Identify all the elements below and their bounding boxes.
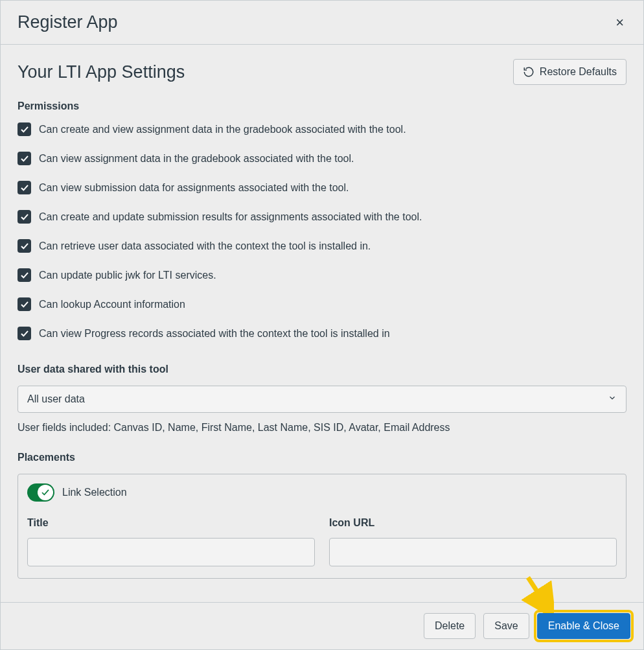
permission-row: Can view Progress records associated wit… [17,327,627,340]
icon-url-input[interactable] [329,538,617,566]
settings-title: Your LTI App Settings [17,62,185,82]
modal-title: Register App [17,12,118,32]
enable-close-highlight: Enable & Close [537,613,630,639]
permission-row: Can retrieve user data associated with t… [17,239,627,253]
save-button[interactable]: Save [483,613,529,639]
user-data-section: User data shared with this tool All user… [17,364,627,434]
close-icon[interactable]: × [613,16,627,30]
permission-checkbox[interactable] [17,297,31,311]
permissions-section: Permissions Can create and view assignme… [17,100,627,340]
permission-checkbox[interactable] [17,181,31,194]
permission-checkbox[interactable] [17,268,31,282]
register-app-modal: Register App × Your LTI App Settings Res… [0,0,644,650]
restore-defaults-label: Restore Defaults [540,66,617,78]
permission-row: Can update public jwk for LTI services. [17,268,627,282]
permission-row: Can view submission data for assignments… [17,181,627,194]
title-input[interactable] [27,538,315,566]
placements-section: Placements Link Selection Title [17,452,627,579]
permission-label: Can view Progress records associated wit… [39,328,390,340]
permission-row: Can create and view assignment data in t… [17,122,627,136]
modal-body: Your LTI App Settings Restore Defaults P… [1,45,643,585]
permission-label: Can create and update submission results… [39,211,422,223]
permission-label: Can lookup Account information [39,299,185,310]
permissions-heading: Permissions [17,100,627,112]
refresh-icon [523,66,535,78]
user-data-selected-value: All user data [27,393,85,405]
settings-header: Your LTI App Settings Restore Defaults [17,59,627,85]
permission-checkbox[interactable] [17,152,31,165]
permission-row: Can lookup Account information [17,297,627,311]
user-data-select[interactable]: All user data [17,386,627,413]
placements-heading: Placements [17,452,627,463]
placement-toggle-row: Link Selection [27,483,617,502]
placement-card: Link Selection Title Icon URL [17,474,627,579]
user-data-helper-text: User fields included: Canvas ID, Name, F… [17,422,627,434]
permission-label: Can retrieve user data associated with t… [39,240,371,252]
icon-url-field-group: Icon URL [329,517,617,566]
permission-label: Can view submission data for assignments… [39,182,349,194]
icon-url-field-label: Icon URL [329,517,617,529]
chevron-down-icon [608,393,617,405]
enable-close-button[interactable]: Enable & Close [537,613,630,639]
permission-checkbox[interactable] [17,239,31,253]
toggle-knob [38,485,53,500]
placement-toggle-label: Link Selection [62,487,127,498]
title-field-group: Title [27,517,315,566]
permission-checkbox[interactable] [17,122,31,136]
modal-header: Register App × [1,1,643,45]
permission-label: Can update public jwk for LTI services. [39,270,216,281]
title-field-label: Title [27,517,315,529]
permission-row: Can view assignment data in the gradeboo… [17,152,627,165]
placement-toggle[interactable] [27,483,54,502]
delete-button[interactable]: Delete [424,613,476,639]
modal-footer: Delete Save Enable & Close [1,602,643,649]
user-data-heading: User data shared with this tool [17,364,627,375]
permission-label: Can create and view assignment data in t… [39,124,406,135]
permission-row: Can create and update submission results… [17,210,627,224]
restore-defaults-button[interactable]: Restore Defaults [513,59,627,85]
permission-checkbox[interactable] [17,210,31,224]
permission-checkbox[interactable] [17,327,31,340]
placement-fields: Title Icon URL [27,517,617,566]
permission-label: Can view assignment data in the gradeboo… [39,153,354,165]
